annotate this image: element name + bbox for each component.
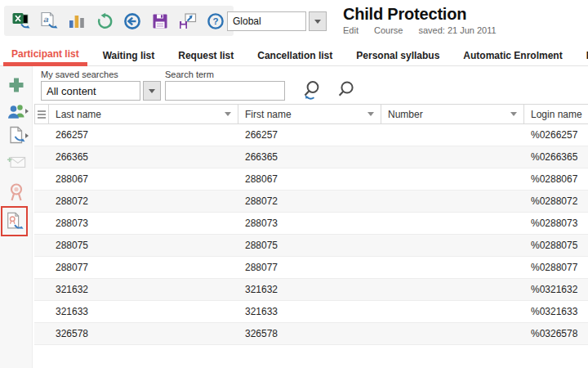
table-row[interactable]: 321633 321633 %0321633 [34, 301, 588, 323]
menu-grip-icon [38, 110, 46, 119]
tab-label: Cancellation list [257, 50, 332, 61]
cell-first-name: 266257 [238, 129, 381, 141]
table-row[interactable]: 266257 266257 %0266257 [34, 124, 588, 146]
saved-searches-dropdown-button[interactable] [143, 81, 161, 101]
scope-dropdown-button[interactable] [309, 11, 327, 31]
export-certificate-button[interactable] [5, 212, 24, 231]
people-icon [7, 103, 26, 119]
tab-label: Waiting list [103, 50, 155, 61]
column-header-login-name[interactable]: Login name [524, 105, 588, 123]
tab[interactable]: Cancellation list [249, 45, 341, 66]
back-button[interactable] [122, 11, 142, 32]
help-button[interactable]: ? [205, 11, 225, 32]
tab[interactable]: Automatic Enrolment [455, 45, 570, 66]
save-button[interactable] [149, 11, 170, 32]
column-label: First name [245, 109, 292, 120]
main-content: My saved searches All content Search ter… [33, 66, 588, 368]
table-row[interactable]: 288067 288067 %0288067 [34, 168, 588, 191]
search-term-group: Search term [165, 70, 285, 101]
save-export-icon [178, 12, 198, 30]
tab[interactable]: Waiting list [95, 45, 163, 66]
saved-searches-value[interactable]: All content [41, 81, 140, 101]
tab[interactable]: Participant list [3, 45, 87, 66]
table-row[interactable]: 321632 321632 %0321632 [34, 279, 588, 301]
cell-login-name: %0326578 [524, 328, 588, 339]
table-row[interactable]: 326578 326578 %0326578 [34, 323, 588, 345]
export-participants-button[interactable] [7, 126, 26, 146]
cell-login-name: %0288067 [524, 173, 588, 185]
tab-label: Automatic Enrolment [463, 50, 562, 61]
search-filters: My saved searches All content Search ter… [33, 69, 588, 105]
chevron-down-icon [314, 20, 321, 24]
export-expand-icon[interactable] [25, 133, 29, 138]
cell-last-name: 288072 [49, 195, 238, 207]
cell-login-name: %0266257 [524, 129, 588, 141]
certificate-button[interactable] [7, 182, 26, 202]
scope-value[interactable]: Global [227, 11, 306, 31]
table-row[interactable]: 288072 288072 %0288072 [34, 191, 588, 213]
tab-label: Request list [178, 50, 234, 61]
column-dropdown-icon[interactable] [368, 112, 374, 116]
cell-first-name: 266365 [238, 151, 381, 163]
export-text-button[interactable]: a [38, 11, 59, 32]
column-dropdown-icon[interactable] [510, 112, 517, 116]
tab[interactable]: Request list [170, 45, 242, 66]
cell-last-name: 321633 [49, 306, 238, 317]
cell-last-name: 288075 [49, 240, 238, 251]
column-header-last-name[interactable]: Last name [49, 105, 238, 123]
tab[interactable]: Exceptions [578, 45, 588, 66]
save-disk-icon [151, 12, 169, 30]
app-window: a [0, 0, 588, 368]
participant-table: Last name First name Number Login name 2… [34, 104, 588, 345]
participants-expand-icon[interactable] [25, 109, 29, 114]
table-row[interactable]: 266365 266365 %0266365 [34, 146, 588, 168]
toolbar: a [4, 6, 234, 36]
back-arrow-icon [123, 12, 141, 30]
cell-login-name: %0321632 [524, 284, 588, 295]
page-title: Child Protection [343, 4, 497, 24]
edit-link[interactable]: Edit [343, 25, 359, 35]
cell-last-name: 321632 [49, 284, 238, 295]
highlight-box [1, 206, 28, 236]
action-sidebar [0, 66, 33, 368]
column-dropdown-icon[interactable] [225, 112, 231, 116]
search-button[interactable] [334, 79, 359, 103]
saved-searches-group: My saved searches All content [41, 70, 161, 101]
tab[interactable]: Personal syllabus [348, 45, 448, 66]
add-button[interactable] [7, 75, 26, 95]
cell-first-name: 288067 [238, 173, 381, 185]
cell-first-name: 288072 [238, 195, 381, 207]
add-participants-button[interactable] [7, 101, 26, 121]
cell-login-name: %0266365 [524, 151, 588, 163]
column-header-first-name[interactable]: First name [238, 105, 381, 123]
cell-last-name: 266257 [49, 129, 238, 141]
scope-dropdown: Global [227, 11, 327, 31]
table-row[interactable]: 288077 288077 %0288077 [34, 257, 588, 279]
certificate-export-icon [5, 211, 24, 232]
saved-date-label: saved: 21 Jun 2011 [418, 25, 496, 35]
title-block: Child Protection Edit Course saved: 21 J… [343, 4, 497, 35]
save-and-close-button[interactable] [177, 11, 198, 32]
undo-history-icon [96, 12, 114, 30]
envelope-plus-icon [7, 154, 26, 170]
svg-text:a: a [42, 15, 48, 24]
search-term-label: Search term [165, 70, 285, 79]
chevron-down-icon [149, 89, 155, 93]
table-body: 266257 266257 %0266257 266365 266365 %02… [34, 124, 588, 345]
run-saved-search-button[interactable] [299, 79, 323, 103]
cell-login-name: %0321633 [524, 306, 588, 317]
search-term-input[interactable] [165, 81, 285, 101]
column-menu-header[interactable] [34, 105, 49, 123]
undo-button[interactable] [94, 11, 114, 32]
plus-icon [8, 77, 24, 93]
export-excel-button[interactable] [11, 11, 31, 32]
table-row[interactable]: 288073 288073 %0288073 [34, 213, 588, 235]
statistics-button[interactable] [66, 11, 87, 32]
column-label: Number [388, 109, 423, 120]
column-header-number[interactable]: Number [381, 105, 524, 123]
cell-last-name: 266365 [49, 151, 238, 163]
send-invitation-button[interactable] [7, 152, 26, 172]
bar-chart-icon [68, 13, 86, 29]
table-row[interactable]: 288075 288075 %0288075 [34, 235, 588, 257]
tab-label: Personal syllabus [356, 50, 439, 61]
